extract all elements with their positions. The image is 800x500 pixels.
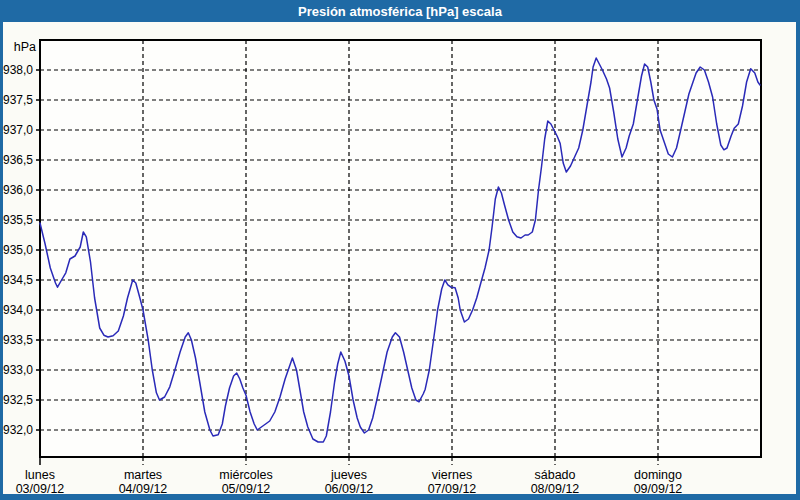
y-tick-label: 938,0 <box>3 63 33 77</box>
x-tick-date-label: 09/09/12 <box>634 482 683 496</box>
y-tick-label: 933,0 <box>3 363 33 377</box>
chart-window: Presión atmosférica [hPa] escala 938,093… <box>0 0 800 500</box>
x-tick-day-label: lunes <box>25 468 55 482</box>
y-tick-label: 935,0 <box>3 243 33 257</box>
y-tick-label: 932,0 <box>3 423 33 437</box>
window-title: Presión atmosférica [hPa] escala <box>298 4 502 19</box>
x-tick-day-label: viernes <box>432 468 472 482</box>
y-axis-unit-label: hPa <box>14 40 36 54</box>
y-tick-label: 936,0 <box>3 183 33 197</box>
x-tick-date-label: 03/09/12 <box>16 482 65 496</box>
x-tick-date-label: 08/09/12 <box>531 482 580 496</box>
x-tick-date-label: 06/09/12 <box>325 482 374 496</box>
x-tick-date-label: 04/09/12 <box>119 482 168 496</box>
y-tick-label: 937,5 <box>3 93 33 107</box>
pressure-line-chart: 938,0937,5937,0936,5936,0935,5935,0934,5… <box>0 22 800 500</box>
x-tick-day-label: miércoles <box>219 468 273 482</box>
y-tick-label: 933,5 <box>3 333 33 347</box>
x-tick-day-label: jueves <box>330 468 367 482</box>
x-tick-date-label: 05/09/12 <box>222 482 271 496</box>
x-tick-date-label: 07/09/12 <box>428 482 477 496</box>
window-titlebar: Presión atmosférica [hPa] escala <box>0 0 800 22</box>
y-tick-label: 936,5 <box>3 153 33 167</box>
y-tick-label: 934,0 <box>3 303 33 317</box>
plot-area <box>40 40 761 457</box>
y-tick-label: 935,5 <box>3 213 33 227</box>
y-tick-label: 937,0 <box>3 123 33 137</box>
y-tick-label: 932,5 <box>3 393 33 407</box>
x-tick-day-label: sábado <box>534 468 575 482</box>
x-tick-day-label: domingo <box>634 468 682 482</box>
y-tick-label: 934,5 <box>3 273 33 287</box>
x-tick-day-label: martes <box>124 468 162 482</box>
